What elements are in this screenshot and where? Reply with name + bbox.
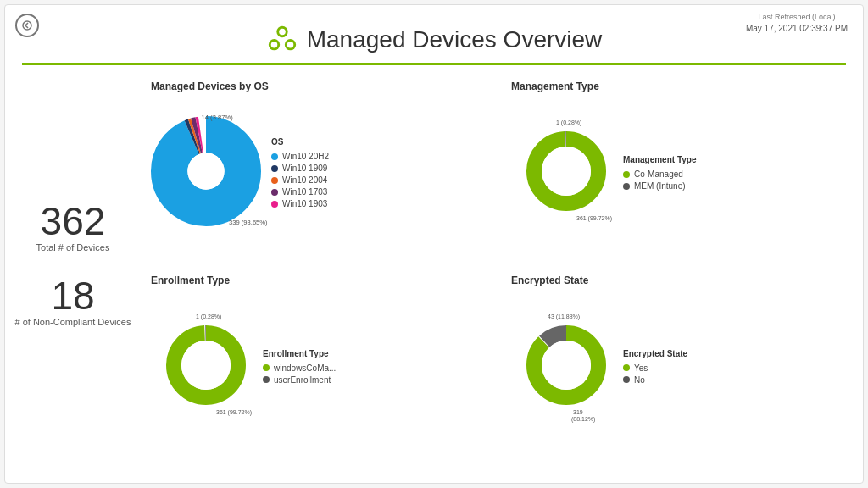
os-chart-card: Managed Devices by OS [141,74,494,261]
main-container: Last Refreshed (Local) May 17, 2021 02:3… [4,4,864,484]
os-legend-item-4: Win10 1703 [271,187,329,197]
charts-grid: Managed Devices by OS [141,74,854,454]
svg-point-4 [279,29,286,36]
management-legend-item-2: MEM (Intune) [623,181,697,191]
page-title: Managed Devices Overview [307,26,603,53]
os-legend-item-1: Win10 20H2 [271,152,329,161]
enroll-label-item-2: userEnrollment [274,375,331,385]
os-label-bottom: 339 (93.65%) [229,219,268,226]
management-legend-title: Management Type [623,155,697,164]
os-label-4: Win10 1703 [282,187,327,197]
management-donut-wrapper: 1 (0.28%) 361 (99.72%) [511,120,613,225]
os-legend-title: OS [271,137,329,147]
mgmt-label-top: 1 (0.28%) [556,119,581,126]
enroll-dot-1 [263,364,270,371]
os-legend-item-3: Win10 2004 [271,175,329,185]
enrollment-legend-item-2: userEnrollment [263,375,336,385]
encrypted-chart-content: 43 (11.88%) 319 (88.12%) Encrypted State… [511,290,844,445]
os-label-2: Win10 1909 [282,164,327,173]
svg-point-5 [270,42,277,48]
svg-point-6 [287,42,293,48]
refresh-info: Last Refreshed (Local) May 17, 2021 02:3… [746,12,848,35]
content-area: 362 Total # of Devices 18 # of Non-Compl… [5,65,863,454]
mgmt-dot-2 [623,183,630,190]
os-chart-title: Managed Devices by OS [151,80,484,92]
non-compliant-block: 18 # of Non-Compliant Devices [15,276,131,327]
left-stats: 362 Total # of Devices 18 # of Non-Compl… [14,74,132,454]
management-legend: Management Type Co-Managed MEM (Intune) [623,155,697,191]
enc-dot-2 [623,376,630,383]
enrollment-donut-svg: 1 (0.28%) 361 (99.72%) [151,314,253,416]
non-compliant-number: 18 [15,276,131,315]
header-section: Managed Devices Overview [5,5,863,63]
enc-label-item-1: Yes [634,363,648,373]
encrypted-legend-title: Encrypted State [623,349,687,358]
encrypted-donut-svg: 43 (11.88%) 319 (88.12%) [511,314,613,416]
management-donut-svg: 1 (0.28%) 361 (99.72%) [511,120,613,222]
enc-label-top: 43 (11.88%) [548,313,580,320]
refresh-label: Last Refreshed (Local) [746,12,848,23]
encrypted-legend: Encrypted State Yes No [623,349,687,385]
management-chart-title: Management Type [511,80,844,92]
enrollment-chart-content: 1 (0.28%) 361 (99.72%) Enrollment Type w… [151,290,484,445]
os-chart-content: 14 (3.87%) 339 (93.65%) OS Win10 20H2 Wi… [151,96,484,251]
non-compliant-label: # of Non-Compliant Devices [15,317,131,327]
enrollment-legend-title: Enrollment Type [263,349,336,358]
enc-label-item-2: No [634,375,645,385]
enrollment-chart-title: Enrollment Type [151,274,484,286]
os-donut-wrapper: 14 (3.87%) 339 (93.65%) [151,116,261,230]
management-legend-item-1: Co-Managed [623,169,697,179]
encrypted-chart-card: Encrypted State 43 (11.88%) 319 (88.12%) [501,268,854,455]
total-devices-block: 362 Total # of Devices [36,202,110,252]
svg-point-15 [542,147,591,196]
svg-point-12 [187,153,224,190]
mgmt-label-bottom: 361 (99.72%) [576,215,612,222]
svg-point-0 [23,21,31,30]
mgmt-label-1: Co-Managed [634,169,683,179]
refresh-time: May 17, 2021 02:39:37 PM [746,23,848,35]
total-devices-number: 362 [36,202,110,241]
os-donut-svg: 14 (3.87%) 339 (93.65%) [151,116,261,226]
encrypted-donut-wrapper: 43 (11.88%) 319 (88.12%) [511,314,613,419]
os-label-3: Win10 2004 [282,175,327,185]
svg-point-18 [181,341,231,390]
encrypted-chart-title: Encrypted State [511,274,844,286]
os-dot-4 [271,189,278,196]
mgmt-label-2: MEM (Intune) [634,181,686,191]
os-legend-item-5: Win10 1903 [271,199,329,208]
os-dot-3 [271,177,278,184]
os-legend: OS Win10 20H2 Win10 1909 Win10 2004 [271,137,329,208]
back-button[interactable] [15,14,39,37]
os-dot-2 [271,165,278,172]
os-label-1: Win10 20H2 [282,152,329,161]
enroll-label-bottom: 361 (99.72%) [216,409,252,416]
enroll-label-item-1: windowsCoMa... [274,363,336,373]
os-label-5: Win10 1903 [282,199,327,208]
management-chart-content: 1 (0.28%) 361 (99.72%) Management Type C… [511,96,844,251]
svg-point-21 [542,341,591,390]
enc-label-bottom: 319 [573,409,583,415]
os-label-top: 14 (3.87%) [202,114,234,122]
enrollment-legend-item-1: windowsCoMa... [263,363,336,373]
total-devices-label: Total # of Devices [36,242,110,252]
os-legend-item-2: Win10 1909 [271,164,329,173]
enrollment-chart-card: Enrollment Type 1 (0.28%) 361 (99.72%) [141,268,494,455]
enc-label-bottom2: (88.12%) [571,416,595,423]
os-dot-1 [271,153,278,160]
enrollment-donut-wrapper: 1 (0.28%) 361 (99.72%) [151,314,253,419]
enroll-label-top: 1 (0.28%) [196,313,221,320]
enroll-dot-2 [263,376,270,383]
enrollment-legend: Enrollment Type windowsCoMa... userEnrol… [263,349,336,385]
encrypted-legend-item-1: Yes [623,363,687,373]
mgmt-dot-1 [623,171,630,178]
management-chart-card: Management Type 1 (0.28%) 361 (99.72%) [501,74,854,261]
logo-icon [266,24,298,56]
enc-dot-1 [623,364,630,371]
encrypted-legend-item-2: No [623,375,687,385]
os-dot-5 [271,201,278,208]
